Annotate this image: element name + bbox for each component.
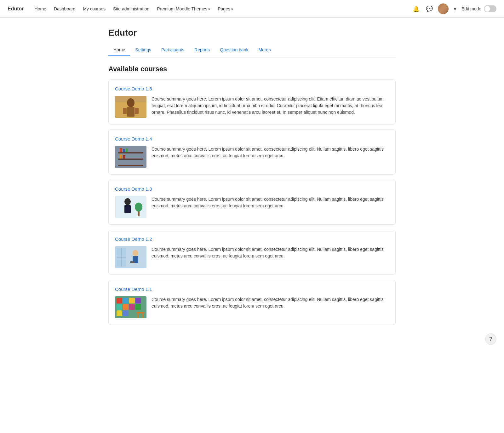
user-menu-chevron[interactable]: ▾ bbox=[452, 4, 458, 14]
course-title[interactable]: Course Demo 1.1 bbox=[115, 286, 389, 292]
svg-rect-33 bbox=[123, 304, 129, 310]
nav-site-admin[interactable]: Site administration bbox=[110, 4, 152, 13]
course-body: Course summary goes here. Lorem ipsum do… bbox=[115, 96, 389, 118]
course-body: Course summary goes here. Lorem ipsum do… bbox=[115, 196, 389, 218]
tab-participants[interactable]: Participants bbox=[156, 44, 189, 56]
course-summary: Course summary goes here. Lorem ipsum do… bbox=[152, 146, 389, 159]
nav-dashboard[interactable]: Dashboard bbox=[51, 4, 79, 13]
tab-question-bank[interactable]: Question bank bbox=[215, 44, 253, 56]
course-thumbnail bbox=[115, 196, 146, 218]
course-summary: Course summary goes here. Lorem ipsum do… bbox=[152, 296, 389, 309]
svg-rect-34 bbox=[129, 304, 135, 310]
course-title[interactable]: Course Demo 1.2 bbox=[115, 236, 389, 242]
edit-mode-label: Edit mode bbox=[461, 6, 481, 11]
main-content: Edutor Home Settings Participants Report… bbox=[101, 18, 403, 335]
svg-rect-17 bbox=[124, 205, 131, 213]
course-title[interactable]: Course Demo 1.3 bbox=[115, 186, 389, 192]
notifications-button[interactable]: 🔔 bbox=[411, 4, 421, 14]
svg-rect-37 bbox=[123, 310, 129, 316]
course-thumbnail bbox=[115, 96, 146, 118]
tab-settings[interactable]: Settings bbox=[130, 44, 156, 56]
course-list: Course Demo 1.5 Course summary goes here… bbox=[108, 79, 396, 325]
course-thumbnail bbox=[115, 296, 146, 318]
svg-rect-14 bbox=[123, 155, 125, 159]
svg-rect-7 bbox=[118, 152, 143, 153]
course-summary: Course summary goes here. Lorem ipsum do… bbox=[152, 196, 389, 209]
user-avatar[interactable] bbox=[438, 3, 449, 14]
nav-premium-themes[interactable]: Premium Moodle Themes bbox=[154, 4, 213, 13]
svg-rect-30 bbox=[129, 298, 135, 303]
svg-rect-31 bbox=[135, 298, 141, 303]
svg-rect-35 bbox=[135, 304, 141, 310]
svg-rect-32 bbox=[117, 304, 122, 310]
svg-rect-10 bbox=[120, 148, 122, 152]
nav-pages[interactable]: Pages bbox=[215, 4, 236, 13]
edit-mode-toggle[interactable] bbox=[484, 5, 496, 12]
course-thumbnail bbox=[115, 246, 146, 268]
course-title[interactable]: Course Demo 1.5 bbox=[115, 86, 389, 91]
course-card: Course Demo 1.3 Course summary goes here… bbox=[108, 180, 396, 225]
course-body: Course summary goes here. Lorem ipsum do… bbox=[115, 246, 389, 268]
svg-rect-9 bbox=[118, 165, 143, 166]
section-title: Available courses bbox=[108, 65, 396, 73]
navbar-right: 🔔 💬 ▾ Edit mode bbox=[411, 3, 496, 14]
course-title[interactable]: Course Demo 1.4 bbox=[115, 136, 389, 141]
course-card: Course Demo 1.1 bbox=[108, 280, 396, 325]
svg-rect-12 bbox=[126, 148, 128, 152]
course-card: Course Demo 1.2 Course summa bbox=[108, 230, 396, 275]
svg-rect-3 bbox=[127, 107, 135, 117]
svg-rect-39 bbox=[137, 314, 138, 318]
svg-point-2 bbox=[127, 98, 135, 107]
navbar: Edutor Home Dashboard My courses Site ad… bbox=[0, 0, 504, 18]
nav-home[interactable]: Home bbox=[32, 4, 49, 13]
tabs: Home Settings Participants Reports Quest… bbox=[108, 44, 396, 56]
edit-mode-container: Edit mode bbox=[461, 5, 496, 12]
svg-point-16 bbox=[124, 198, 131, 205]
svg-rect-11 bbox=[123, 149, 125, 152]
svg-rect-5 bbox=[135, 108, 139, 114]
svg-rect-40 bbox=[142, 314, 143, 318]
svg-rect-8 bbox=[118, 159, 143, 160]
tab-reports[interactable]: Reports bbox=[189, 44, 215, 56]
svg-rect-36 bbox=[117, 310, 122, 316]
course-summary: Course summary goes here. Lorem ipsum do… bbox=[152, 246, 389, 259]
tab-more[interactable]: More bbox=[253, 44, 276, 56]
help-button[interactable]: ? bbox=[485, 333, 496, 335]
tab-home[interactable]: Home bbox=[108, 44, 130, 56]
course-body: Course summary goes here. Lorem ipsum do… bbox=[115, 146, 389, 168]
avatar-image bbox=[438, 3, 449, 14]
course-card: Course Demo 1.5 Course summary goes here… bbox=[108, 79, 396, 124]
course-thumbnail bbox=[115, 146, 146, 168]
svg-rect-13 bbox=[120, 154, 122, 159]
svg-rect-4 bbox=[123, 108, 127, 114]
course-card: Course Demo 1.4 bbox=[108, 130, 396, 175]
messages-button[interactable]: 💬 bbox=[425, 4, 434, 14]
page-title: Edutor bbox=[108, 28, 396, 38]
svg-point-24 bbox=[133, 250, 138, 256]
svg-rect-28 bbox=[117, 298, 122, 303]
course-summary: Course summary goes here. Lorem ipsum do… bbox=[152, 96, 389, 116]
svg-rect-38 bbox=[136, 312, 144, 314]
svg-rect-26 bbox=[130, 261, 135, 263]
course-body: Course summary goes here. Lorem ipsum do… bbox=[115, 296, 389, 318]
brand-logo[interactable]: Edutor bbox=[8, 6, 24, 12]
svg-point-19 bbox=[135, 203, 142, 211]
svg-rect-29 bbox=[123, 298, 129, 303]
navbar-nav: Home Dashboard My courses Site administr… bbox=[32, 4, 411, 13]
nav-my-courses[interactable]: My courses bbox=[80, 4, 109, 13]
